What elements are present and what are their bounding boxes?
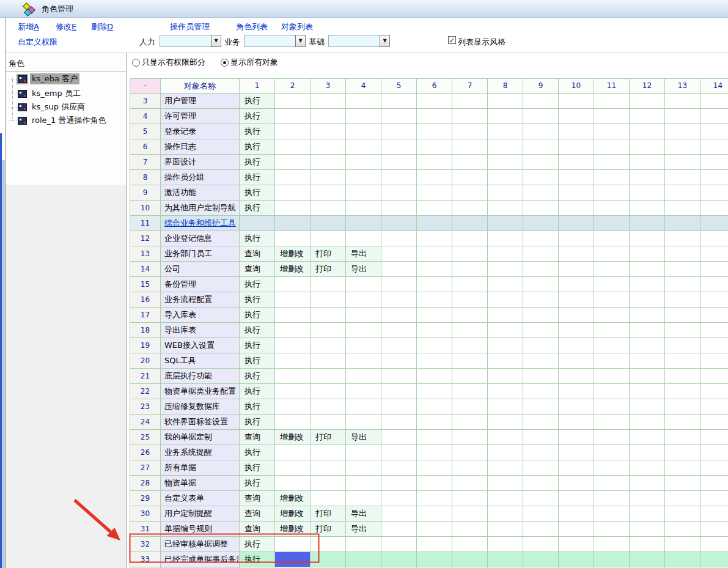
- empty-permission-cell[interactable]: [311, 201, 346, 216]
- empty-permission-cell[interactable]: [700, 491, 728, 506]
- empty-permission-cell[interactable]: [275, 399, 311, 415]
- empty-permission-cell[interactable]: [346, 415, 381, 430]
- empty-permission-cell[interactable]: [346, 277, 381, 292]
- empty-permission-cell[interactable]: [700, 537, 728, 552]
- empty-permission-cell[interactable]: [523, 292, 559, 308]
- empty-permission-cell[interactable]: [630, 430, 665, 445]
- empty-permission-cell[interactable]: [700, 460, 728, 476]
- empty-permission-cell[interactable]: [630, 262, 665, 277]
- empty-permission-cell[interactable]: [630, 201, 665, 216]
- empty-permission-cell[interactable]: [381, 292, 417, 308]
- empty-permission-cell[interactable]: [381, 170, 417, 185]
- empty-permission-cell[interactable]: [417, 170, 452, 185]
- object-name-cell[interactable]: 企业登记信息: [161, 231, 240, 246]
- empty-permission-cell[interactable]: [700, 262, 728, 277]
- empty-permission-cell[interactable]: [275, 201, 311, 216]
- empty-permission-cell[interactable]: [630, 506, 665, 522]
- business-combobox[interactable]: ▼: [244, 35, 306, 47]
- empty-permission-cell[interactable]: [488, 399, 523, 415]
- empty-permission-cell[interactable]: [700, 170, 728, 185]
- empty-permission-cell[interactable]: [594, 460, 630, 476]
- empty-permission-cell[interactable]: [523, 231, 559, 246]
- empty-permission-cell[interactable]: [559, 201, 594, 216]
- empty-permission-cell[interactable]: [452, 216, 488, 231]
- empty-permission-cell[interactable]: [417, 476, 452, 491]
- empty-permission-cell[interactable]: [523, 522, 559, 537]
- empty-permission-cell[interactable]: [275, 338, 311, 353]
- empty-permission-cell[interactable]: [630, 94, 665, 109]
- object-name-cell[interactable]: 界面设计: [161, 155, 240, 170]
- permission-cell[interactable]: 执行: [240, 124, 275, 139]
- empty-permission-cell[interactable]: [523, 201, 559, 216]
- empty-permission-cell[interactable]: [346, 170, 381, 185]
- empty-permission-cell[interactable]: [346, 139, 381, 155]
- empty-permission-cell[interactable]: [381, 338, 417, 353]
- empty-permission-cell[interactable]: [594, 522, 630, 537]
- empty-permission-cell[interactable]: [452, 415, 488, 430]
- empty-permission-cell[interactable]: [665, 476, 700, 491]
- empty-permission-cell[interactable]: [630, 155, 665, 170]
- empty-permission-cell[interactable]: [700, 201, 728, 216]
- empty-permission-cell[interactable]: [665, 109, 700, 124]
- empty-permission-cell[interactable]: [594, 124, 630, 139]
- object-name-cell[interactable]: 操作员分组: [161, 170, 240, 185]
- empty-permission-cell[interactable]: [700, 323, 728, 338]
- empty-permission-cell[interactable]: [346, 552, 381, 567]
- permission-cell[interactable]: 查询: [240, 522, 275, 537]
- custom-permission-button[interactable]: 自定义权限: [18, 37, 57, 48]
- empty-permission-cell[interactable]: [700, 384, 728, 399]
- permission-cell[interactable]: 执行: [240, 155, 275, 170]
- empty-permission-cell[interactable]: [559, 369, 594, 384]
- empty-permission-cell[interactable]: [665, 201, 700, 216]
- radio-circle[interactable]: [221, 59, 229, 67]
- empty-permission-cell[interactable]: [381, 399, 417, 415]
- empty-permission-cell[interactable]: [417, 262, 452, 277]
- empty-permission-cell[interactable]: [417, 292, 452, 308]
- empty-permission-cell[interactable]: [417, 231, 452, 246]
- empty-permission-cell[interactable]: [523, 94, 559, 109]
- object-name-cell[interactable]: 软件界面标签设置: [161, 415, 240, 430]
- empty-permission-cell[interactable]: [594, 277, 630, 292]
- object-name-cell[interactable]: 已经审核单据调整: [161, 537, 240, 552]
- empty-permission-cell[interactable]: [630, 522, 665, 537]
- empty-permission-cell[interactable]: [700, 430, 728, 445]
- object-name-cell[interactable]: WEB接入设置: [161, 338, 240, 353]
- permission-cell[interactable]: 导出: [346, 506, 381, 522]
- empty-permission-cell[interactable]: [523, 491, 559, 506]
- empty-permission-cell[interactable]: [594, 384, 630, 399]
- base-dropdown-button[interactable]: ▼: [380, 35, 390, 47]
- empty-permission-cell[interactable]: [665, 246, 700, 262]
- empty-permission-cell[interactable]: [381, 369, 417, 384]
- empty-permission-cell[interactable]: [452, 155, 488, 170]
- empty-permission-cell[interactable]: [665, 262, 700, 277]
- empty-permission-cell[interactable]: [559, 124, 594, 139]
- empty-permission-cell[interactable]: [594, 170, 630, 185]
- permission-cell[interactable]: 打印: [311, 430, 346, 445]
- empty-permission-cell[interactable]: [311, 338, 346, 353]
- empty-permission-cell[interactable]: [275, 537, 311, 552]
- empty-permission-cell[interactable]: [346, 201, 381, 216]
- empty-permission-cell[interactable]: [346, 308, 381, 323]
- empty-permission-cell[interactable]: [559, 476, 594, 491]
- empty-permission-cell[interactable]: [665, 460, 700, 476]
- empty-permission-cell[interactable]: [523, 262, 559, 277]
- empty-permission-cell[interactable]: [630, 338, 665, 353]
- empty-permission-cell[interactable]: [417, 323, 452, 338]
- empty-permission-cell[interactable]: [523, 124, 559, 139]
- empty-permission-cell[interactable]: [417, 277, 452, 292]
- empty-permission-cell[interactable]: [346, 185, 381, 201]
- empty-permission-cell[interactable]: [665, 491, 700, 506]
- empty-permission-cell[interactable]: [594, 231, 630, 246]
- empty-permission-cell[interactable]: [417, 552, 452, 567]
- empty-permission-cell[interactable]: [559, 155, 594, 170]
- empty-permission-cell[interactable]: [665, 353, 700, 369]
- permission-cell[interactable]: 执行: [240, 384, 275, 399]
- empty-permission-cell[interactable]: [381, 353, 417, 369]
- empty-permission-cell[interactable]: [665, 94, 700, 109]
- empty-permission-cell[interactable]: [346, 445, 381, 460]
- object-list-button[interactable]: 对象列表: [281, 21, 313, 32]
- permission-cell[interactable]: 增删改: [275, 262, 311, 277]
- permission-cell[interactable]: 导出: [346, 262, 381, 277]
- empty-permission-cell[interactable]: [452, 552, 488, 567]
- object-name-cell[interactable]: 业务部门员工: [161, 246, 240, 262]
